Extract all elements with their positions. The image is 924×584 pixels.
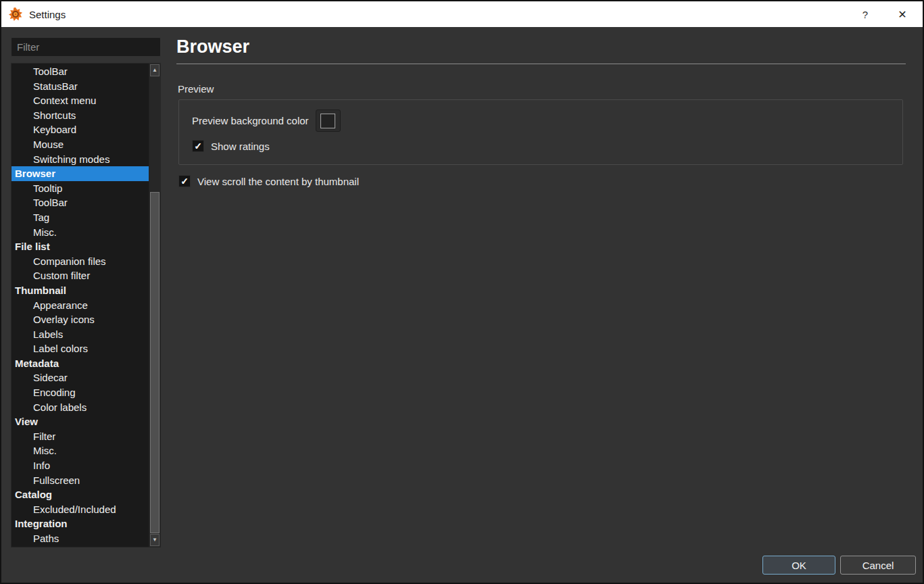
preview-background-color-button[interactable] [316,110,341,132]
sidebar-item-context-menu[interactable]: Context menu [11,93,149,108]
show-ratings-row: ✓ Show ratings [192,140,270,152]
sidebar-item-appearance[interactable]: Appearance [11,298,149,313]
preview-background-color-row: Preview background color [192,110,341,132]
sidebar-item-excluded-included[interactable]: Excluded/Included [11,502,149,517]
sidebar-item-misc[interactable]: Misc. [11,225,149,240]
settings-window: Settings ? ✕ ToolBarStatusBarContext men… [0,0,924,584]
sidebar-item-view[interactable]: View [11,414,149,429]
sidebar-item-catalog[interactable]: Catalog [11,487,149,502]
sidebar-item-browser[interactable]: Browser [11,166,149,181]
preview-groupbox: Preview background color ✓ Show ratings [178,99,903,165]
ok-button[interactable]: OK [762,556,835,575]
sidebar-item-mouse[interactable]: Mouse [11,137,149,152]
cancel-button[interactable]: Cancel [840,556,916,575]
view-scroll-label: View scroll the content by thumbnail [197,176,359,187]
sidebar-item-thumbnail[interactable]: Thumbnail [11,283,149,298]
sidebar-item-encoding[interactable]: Encoding [11,385,149,400]
filter-input[interactable] [11,37,161,57]
page-title: Browser [176,36,249,57]
sidebar-item-misc[interactable]: Misc. [11,443,149,458]
checkmark-icon: ✓ [180,176,189,186]
sidebar-item-fullscreen[interactable]: Fullscreen [11,473,149,488]
sidebar-item-overlay-icons[interactable]: Overlay icons [11,312,149,327]
sidebar-item-paths[interactable]: Paths [11,531,149,546]
scrollbar-thumb[interactable] [150,192,160,533]
sidebar-item-switching-modes[interactable]: Switching modes [11,152,149,167]
sidebar-item-metadata[interactable]: Metadata [11,356,149,371]
checkmark-icon: ✓ [194,141,202,151]
sidebar-item-tag[interactable]: Tag [11,210,149,225]
preview-background-color-label: Preview background color [192,115,309,126]
settings-tree: ToolBarStatusBarContext menuShortcutsKey… [11,63,161,548]
sidebar-item-toolbar[interactable]: ToolBar [11,195,149,210]
view-scroll-row: ✓ View scroll the content by thumbnail [178,175,359,187]
sidebar-item-tooltip[interactable]: Tooltip [11,181,149,196]
sidebar-item-label-colors[interactable]: Label colors [11,341,149,356]
show-ratings-label: Show ratings [211,141,270,152]
sidebar-item-sidecar[interactable]: Sidecar [11,370,149,385]
app-logo-icon [8,7,23,22]
sidebar-item-custom-filter[interactable]: Custom filter [11,268,149,283]
sidebar-item-statusbar[interactable]: StatusBar [11,79,149,94]
sidebar-item-file-list[interactable]: File list [11,239,149,254]
tree-scrollbar[interactable]: ▲ ▼ [149,64,160,547]
settings-tree-items: ToolBarStatusBarContext menuShortcutsKey… [11,64,149,546]
preview-color-swatch [320,114,335,128]
heading-divider [176,64,906,64]
scroll-down-icon[interactable]: ▼ [150,534,160,546]
sidebar-item-shortcuts[interactable]: Shortcuts [11,108,149,123]
view-scroll-checkbox[interactable]: ✓ [178,175,191,187]
sidebar-item-integration[interactable]: Integration [11,516,149,531]
sidebar-item-filter[interactable]: Filter [11,429,149,444]
help-button[interactable]: ? [848,1,882,27]
window-title: Settings [29,9,66,20]
sidebar-item-labels[interactable]: Labels [11,327,149,342]
scroll-up-icon[interactable]: ▲ [150,64,160,76]
sidebar-item-color-labels[interactable]: Color labels [11,400,149,415]
sidebar-item-info[interactable]: Info [11,458,149,473]
sidebar-item-companion-files[interactable]: Companion files [11,254,149,269]
show-ratings-checkbox[interactable]: ✓ [192,140,204,152]
titlebar: Settings ? ✕ [1,1,923,27]
close-button[interactable]: ✕ [882,1,923,27]
preview-section-label: Preview [178,83,214,95]
sidebar-item-toolbar[interactable]: ToolBar [11,64,149,79]
sidebar-item-keyboard[interactable]: Keyboard [11,122,149,137]
